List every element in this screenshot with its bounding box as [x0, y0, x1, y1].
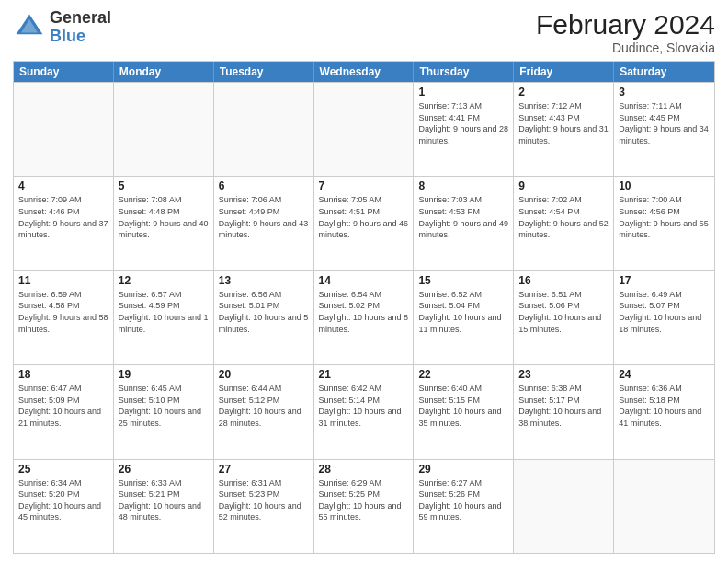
day-number: 2: [518, 86, 609, 98]
day-info: Sunrise: 6:51 AM Sunset: 5:06 PM Dayligh…: [518, 289, 609, 335]
day-number: 28: [319, 463, 409, 476]
calendar-body: 1Sunrise: 7:13 AM Sunset: 4:41 PM Daylig…: [14, 82, 714, 553]
day-number: 26: [119, 463, 209, 476]
logo-blue: Blue: [50, 28, 111, 46]
day-cell-9: 9Sunrise: 7:02 AM Sunset: 4:54 PM Daylig…: [514, 177, 614, 270]
day-number: 10: [619, 179, 710, 192]
day-number: 17: [619, 274, 710, 287]
day-info: Sunrise: 6:49 AM Sunset: 5:07 PM Dayligh…: [619, 289, 710, 335]
day-info: Sunrise: 7:13 AM Sunset: 4:41 PM Dayligh…: [418, 100, 508, 146]
day-cell-8: 8Sunrise: 7:03 AM Sunset: 4:53 PM Daylig…: [414, 177, 514, 270]
title-month: February 2024: [536, 9, 715, 40]
day-number: 12: [119, 274, 209, 287]
logo-icon: [13, 11, 46, 44]
day-cell-3: 3Sunrise: 7:11 AM Sunset: 4:45 PM Daylig…: [614, 83, 714, 176]
day-number: 1: [418, 86, 508, 98]
day-info: Sunrise: 6:57 AM Sunset: 4:59 PM Dayligh…: [119, 289, 209, 335]
day-info: Sunrise: 6:33 AM Sunset: 5:21 PM Dayligh…: [119, 477, 209, 523]
day-info: Sunrise: 7:11 AM Sunset: 4:45 PM Dayligh…: [619, 100, 710, 146]
day-cell-14: 14Sunrise: 6:54 AM Sunset: 5:02 PM Dayli…: [314, 271, 415, 364]
day-info: Sunrise: 6:45 AM Sunset: 5:10 PM Dayligh…: [119, 383, 209, 429]
day-info: Sunrise: 6:44 AM Sunset: 5:12 PM Dayligh…: [219, 383, 309, 429]
day-cell-7: 7Sunrise: 7:05 AM Sunset: 4:51 PM Daylig…: [314, 177, 415, 270]
day-number: 22: [418, 368, 508, 381]
page: General Blue February 2024 Dudince, Slov…: [0, 0, 728, 563]
day-number: 21: [319, 368, 409, 381]
day-number: 9: [518, 179, 609, 192]
day-cell-2: 2Sunrise: 7:12 AM Sunset: 4:43 PM Daylig…: [514, 83, 614, 176]
logo: General Blue: [13, 9, 111, 46]
calendar-header: SundayMondayTuesdayWednesdayThursdayFrid…: [14, 62, 714, 82]
header-day-wednesday: Wednesday: [314, 62, 415, 82]
day-number: 23: [518, 368, 609, 381]
day-cell-13: 13Sunrise: 6:56 AM Sunset: 5:01 PM Dayli…: [214, 271, 314, 364]
day-cell-22: 22Sunrise: 6:40 AM Sunset: 5:15 PM Dayli…: [414, 365, 514, 458]
day-info: Sunrise: 6:54 AM Sunset: 5:02 PM Dayligh…: [319, 289, 409, 335]
day-number: 24: [619, 368, 710, 381]
day-info: Sunrise: 6:36 AM Sunset: 5:18 PM Dayligh…: [619, 383, 710, 429]
day-info: Sunrise: 6:47 AM Sunset: 5:09 PM Dayligh…: [18, 383, 108, 429]
day-cell-4: 4Sunrise: 7:09 AM Sunset: 4:46 PM Daylig…: [14, 177, 114, 270]
day-cell-empty: [514, 460, 614, 553]
day-number: 4: [18, 179, 108, 192]
day-number: 29: [418, 463, 508, 476]
day-cell-17: 17Sunrise: 6:49 AM Sunset: 5:07 PM Dayli…: [614, 271, 714, 364]
day-info: Sunrise: 7:02 AM Sunset: 4:54 PM Dayligh…: [518, 194, 609, 240]
day-number: 25: [18, 463, 108, 476]
title-location: Dudince, Slovakia: [536, 40, 715, 55]
day-cell-11: 11Sunrise: 6:59 AM Sunset: 4:58 PM Dayli…: [14, 271, 114, 364]
day-number: 7: [319, 179, 409, 192]
day-number: 8: [418, 179, 508, 192]
day-number: 3: [619, 86, 710, 98]
day-cell-24: 24Sunrise: 6:36 AM Sunset: 5:18 PM Dayli…: [614, 365, 714, 458]
header-day-thursday: Thursday: [414, 62, 514, 82]
day-cell-29: 29Sunrise: 6:27 AM Sunset: 5:26 PM Dayli…: [414, 460, 514, 553]
header-day-sunday: Sunday: [14, 62, 114, 82]
day-cell-21: 21Sunrise: 6:42 AM Sunset: 5:14 PM Dayli…: [314, 365, 415, 458]
day-info: Sunrise: 7:00 AM Sunset: 4:56 PM Dayligh…: [619, 194, 710, 240]
day-cell-1: 1Sunrise: 7:13 AM Sunset: 4:41 PM Daylig…: [414, 83, 514, 176]
day-info: Sunrise: 6:40 AM Sunset: 5:15 PM Dayligh…: [418, 383, 508, 429]
day-cell-5: 5Sunrise: 7:08 AM Sunset: 4:48 PM Daylig…: [114, 177, 214, 270]
day-info: Sunrise: 7:05 AM Sunset: 4:51 PM Dayligh…: [319, 194, 409, 240]
header-day-monday: Monday: [114, 62, 214, 82]
day-cell-20: 20Sunrise: 6:44 AM Sunset: 5:12 PM Dayli…: [214, 365, 314, 458]
week-row-4: 18Sunrise: 6:47 AM Sunset: 5:09 PM Dayli…: [14, 364, 714, 458]
day-cell-empty: [114, 83, 214, 176]
week-row-1: 1Sunrise: 7:13 AM Sunset: 4:41 PM Daylig…: [14, 82, 714, 176]
day-info: Sunrise: 6:56 AM Sunset: 5:01 PM Dayligh…: [219, 289, 309, 335]
logo-general: General: [50, 9, 111, 28]
header-day-tuesday: Tuesday: [214, 62, 314, 82]
day-cell-23: 23Sunrise: 6:38 AM Sunset: 5:17 PM Dayli…: [514, 365, 614, 458]
day-number: 14: [319, 274, 409, 287]
day-number: 19: [119, 368, 209, 381]
day-info: Sunrise: 6:42 AM Sunset: 5:14 PM Dayligh…: [319, 383, 409, 429]
day-cell-empty: [214, 83, 314, 176]
day-number: 15: [418, 274, 508, 287]
day-cell-26: 26Sunrise: 6:33 AM Sunset: 5:21 PM Dayli…: [114, 460, 214, 553]
day-cell-empty: [314, 83, 415, 176]
day-info: Sunrise: 6:31 AM Sunset: 5:23 PM Dayligh…: [219, 477, 309, 523]
day-number: 6: [219, 179, 309, 192]
day-info: Sunrise: 7:12 AM Sunset: 4:43 PM Dayligh…: [518, 100, 609, 146]
logo-text: General Blue: [50, 9, 111, 46]
day-cell-25: 25Sunrise: 6:34 AM Sunset: 5:20 PM Dayli…: [14, 460, 114, 553]
week-row-2: 4Sunrise: 7:09 AM Sunset: 4:46 PM Daylig…: [14, 176, 714, 270]
day-info: Sunrise: 6:29 AM Sunset: 5:25 PM Dayligh…: [319, 477, 409, 523]
day-number: 5: [119, 179, 209, 192]
header: General Blue February 2024 Dudince, Slov…: [13, 9, 715, 55]
day-info: Sunrise: 6:27 AM Sunset: 5:26 PM Dayligh…: [418, 477, 508, 523]
day-number: 13: [219, 274, 309, 287]
day-cell-10: 10Sunrise: 7:00 AM Sunset: 4:56 PM Dayli…: [614, 177, 714, 270]
day-info: Sunrise: 6:34 AM Sunset: 5:20 PM Dayligh…: [18, 477, 108, 523]
day-cell-28: 28Sunrise: 6:29 AM Sunset: 5:25 PM Dayli…: [314, 460, 415, 553]
day-cell-27: 27Sunrise: 6:31 AM Sunset: 5:23 PM Dayli…: [214, 460, 314, 553]
day-info: Sunrise: 7:06 AM Sunset: 4:49 PM Dayligh…: [219, 194, 309, 240]
day-cell-18: 18Sunrise: 6:47 AM Sunset: 5:09 PM Dayli…: [14, 365, 114, 458]
day-number: 16: [518, 274, 609, 287]
header-day-saturday: Saturday: [614, 62, 714, 82]
header-day-friday: Friday: [514, 62, 614, 82]
week-row-5: 25Sunrise: 6:34 AM Sunset: 5:20 PM Dayli…: [14, 459, 714, 553]
title-block: February 2024 Dudince, Slovakia: [536, 9, 715, 55]
day-cell-empty: [614, 460, 714, 553]
